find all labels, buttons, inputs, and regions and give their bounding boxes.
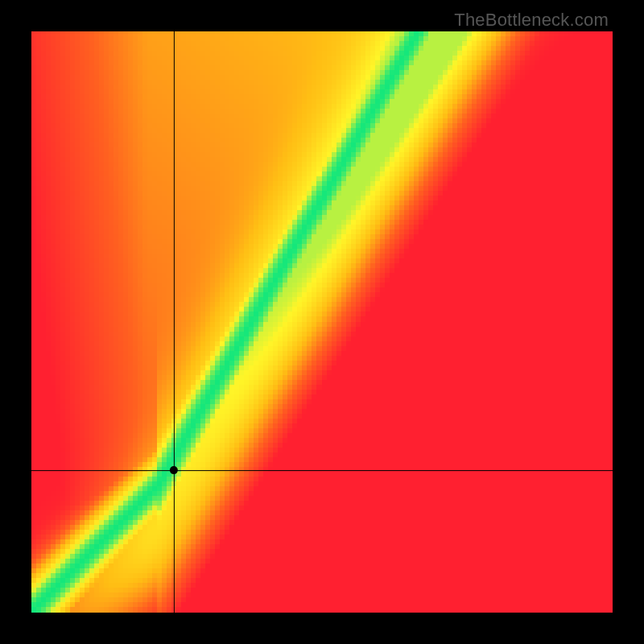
chart-frame: TheBottleneck.com: [0, 0, 644, 644]
heatmap-canvas: [31, 31, 613, 613]
watermark-text: TheBottleneck.com: [454, 10, 609, 31]
heatmap-plot: [31, 31, 613, 613]
